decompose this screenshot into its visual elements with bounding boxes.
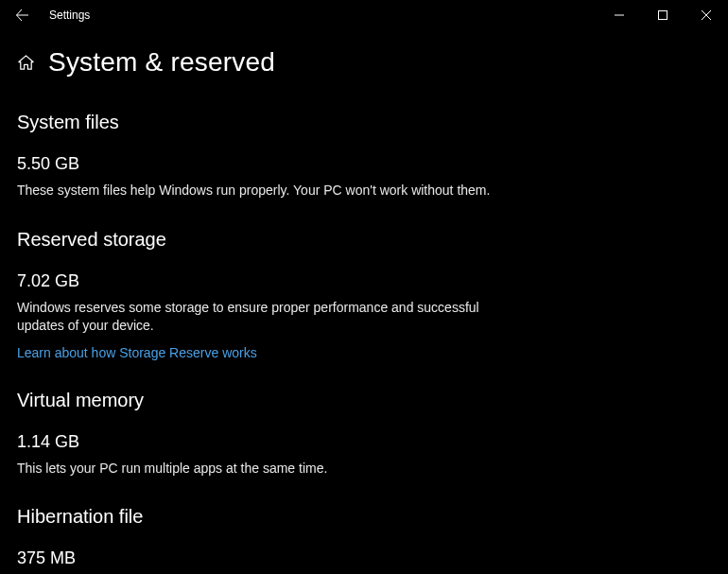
- section-description: This lets your PC run multiple apps at t…: [17, 460, 528, 478]
- svg-rect-0: [659, 11, 667, 20]
- section-heading: Reserved storage: [17, 229, 711, 251]
- storage-reserve-link[interactable]: Learn about how Storage Reserve works: [17, 345, 257, 360]
- maximize-button[interactable]: [641, 0, 685, 30]
- minimize-icon: [615, 10, 624, 20]
- titlebar: Settings: [0, 0, 728, 30]
- minimize-button[interactable]: [598, 0, 641, 30]
- section-value: 1.14 GB: [17, 432, 711, 452]
- close-icon: [702, 10, 711, 20]
- page-header: System & reserved: [17, 47, 711, 78]
- arrow-left-icon: [15, 8, 30, 23]
- section-value: 375 MB: [17, 548, 711, 568]
- window-controls: [598, 0, 728, 30]
- close-button[interactable]: [685, 0, 728, 30]
- page-title: System & reserved: [48, 47, 275, 78]
- section-description: These system files help Windows run prop…: [17, 182, 528, 200]
- section-value: 5.50 GB: [17, 154, 711, 174]
- section-virtual-memory: Virtual memory 1.14 GB This lets your PC…: [17, 390, 711, 478]
- back-button[interactable]: [8, 0, 38, 30]
- section-description: Windows reserves some storage to ensure …: [17, 299, 528, 336]
- section-hibernation-file: Hibernation file 375 MB This lets your P…: [17, 506, 711, 574]
- section-heading: Virtual memory: [17, 390, 711, 411]
- maximize-icon: [658, 10, 667, 20]
- section-system-files: System files 5.50 GB These system files …: [17, 112, 711, 200]
- section-heading: Hibernation file: [17, 506, 711, 528]
- home-icon[interactable]: [17, 54, 35, 72]
- content-area: System & reserved System files 5.50 GB T…: [0, 30, 728, 574]
- window-title: Settings: [49, 9, 90, 22]
- section-heading: System files: [17, 112, 711, 133]
- section-reserved-storage: Reserved storage 7.02 GB Windows reserve…: [17, 229, 711, 361]
- section-value: 7.02 GB: [17, 271, 711, 291]
